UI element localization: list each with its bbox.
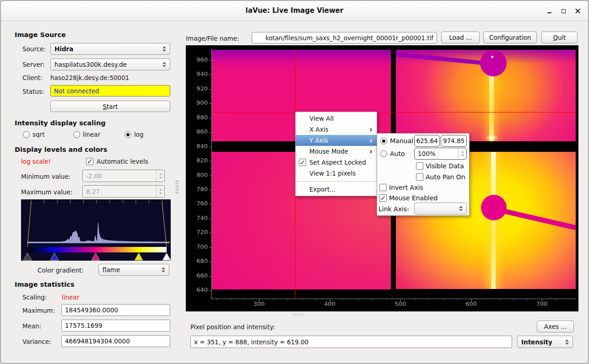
beamstop-circle bbox=[480, 50, 507, 76]
minimize-icon[interactable] bbox=[547, 8, 552, 14]
menu-item-view-all[interactable]: View All bbox=[296, 113, 377, 124]
beam-spot bbox=[486, 135, 498, 141]
x-axis-minor-tick bbox=[556, 299, 557, 300]
menu-item-y-axis[interactable]: Y Axis› bbox=[296, 135, 377, 146]
stats-variance-field[interactable]: 466948194304.0000 bbox=[61, 335, 170, 347]
maximum-value-spinbox[interactable]: 8.27 bbox=[82, 185, 165, 198]
spin-arrows-icon[interactable] bbox=[458, 148, 466, 159]
y-axis-minor-tick bbox=[211, 197, 211, 198]
load-button[interactable]: Load ... bbox=[441, 32, 480, 43]
auto-radio[interactable] bbox=[380, 150, 387, 157]
start-button[interactable]: Start bbox=[50, 101, 170, 112]
menu-item-view-1-1-pixels[interactable]: View 1:1 pixels bbox=[296, 168, 377, 179]
automatic-levels-label: Automatic levels bbox=[97, 158, 148, 165]
splitter-grip[interactable] bbox=[175, 180, 179, 194]
menu-item-mouse-mode[interactable]: Mouse Mode› bbox=[296, 146, 377, 157]
x-axis-tick-label: 700 bbox=[530, 300, 553, 307]
auto-percent-spinbox[interactable]: 100% bbox=[414, 148, 467, 160]
configuration-button[interactable]: Configuration bbox=[483, 32, 537, 43]
maximize-icon[interactable] bbox=[561, 8, 567, 14]
menu-item-x-axis[interactable]: X Axis› bbox=[296, 124, 377, 135]
source-combobox[interactable]: Hidra bbox=[50, 43, 170, 55]
stats-maximum-value: 184549360.0000 bbox=[65, 306, 118, 314]
combo-updown-icon bbox=[162, 268, 165, 273]
auto-pan-label: Auto Pan On bbox=[426, 173, 465, 181]
quit-button[interactable]: Quit bbox=[541, 32, 578, 43]
y-axis-minor-tick bbox=[211, 182, 211, 183]
stats-scaling-label: Scaling: bbox=[22, 294, 47, 301]
auto-pan-checkbox[interactable] bbox=[416, 173, 423, 181]
y-axis-minor-tick bbox=[211, 211, 211, 212]
x-axis-minor-tick bbox=[570, 299, 571, 300]
invert-axis-checkbox[interactable] bbox=[379, 184, 387, 191]
beamstop-arm bbox=[503, 209, 576, 230]
x-axis-tick-label: 600 bbox=[460, 300, 483, 307]
scaling-radio-log[interactable] bbox=[124, 131, 131, 138]
beamstop-circle bbox=[481, 195, 507, 220]
y-axis-tick bbox=[209, 233, 211, 233]
image-source-heading: Image Source bbox=[15, 31, 66, 38]
server-value: haspilatus300k.desy.de bbox=[54, 61, 127, 68]
splitter-grip[interactable] bbox=[292, 313, 304, 316]
file-name-value: kotan/files/sum_saxs_h2_overnight_00001r… bbox=[265, 34, 433, 42]
stats-variance-value: 466948194304.0000 bbox=[65, 337, 130, 345]
manual-min-input[interactable]: 625.64 bbox=[414, 135, 440, 147]
scaling-radio-sqrt[interactable] bbox=[23, 131, 30, 138]
automatic-levels-checkbox[interactable] bbox=[86, 158, 93, 165]
y-axis-tick bbox=[209, 75, 211, 75]
stats-mean-field[interactable]: 17575.1699 bbox=[61, 320, 170, 332]
y-axis-tick-label: 640 bbox=[186, 286, 208, 293]
pixel-position-field[interactable]: x = 351, y = 888, intensity = 619.00 bbox=[190, 336, 512, 348]
y-axis-tick-label: 820 bbox=[186, 157, 208, 164]
minimum-value-spinbox[interactable]: -2.00 bbox=[82, 170, 165, 182]
window-controls bbox=[547, 1, 581, 21]
minimum-value: -2.00 bbox=[86, 172, 102, 180]
y-axis-line bbox=[211, 49, 212, 299]
scaling-radio-label-log: log bbox=[134, 131, 144, 138]
invert-axis-label: Invert Axis bbox=[389, 184, 423, 191]
spin-arrows-icon[interactable] bbox=[156, 186, 164, 197]
source-label: Source: bbox=[22, 45, 46, 53]
link-axis-label: Link Axis: bbox=[378, 205, 409, 213]
manual-max-input[interactable]: 974.85 bbox=[441, 135, 467, 147]
maximum-value: 8.27 bbox=[86, 188, 100, 195]
file-name-input[interactable]: kotan/files/sum_saxs_h2_overnight_00001r… bbox=[252, 32, 437, 43]
combo-updown-icon bbox=[459, 206, 463, 211]
gradient-bar bbox=[27, 247, 167, 252]
stats-maximum-field[interactable]: 184549360.0000 bbox=[61, 304, 170, 316]
scaling-radio-linear[interactable] bbox=[73, 131, 80, 138]
axes-button[interactable]: Axes ... bbox=[537, 321, 574, 332]
histogram-widget[interactable] bbox=[21, 199, 171, 261]
intensity-histogram[interactable] bbox=[21, 199, 171, 261]
close-icon[interactable] bbox=[575, 8, 581, 14]
y-axis-tick-label: 720 bbox=[186, 229, 208, 236]
manual-radio[interactable] bbox=[380, 138, 387, 145]
x-axis-tick bbox=[400, 299, 401, 301]
auto-percent-value: 100% bbox=[418, 150, 436, 157]
x-axis-minor-tick bbox=[457, 299, 458, 300]
intensity-combobox[interactable]: Intensity bbox=[517, 336, 573, 348]
stats-mean-label: Mean: bbox=[22, 322, 41, 330]
color-gradient-combobox[interactable]: flame bbox=[98, 264, 169, 276]
combo-updown-icon bbox=[162, 62, 166, 67]
y-axis-tick bbox=[209, 89, 211, 90]
y-axis-tick-label: 840 bbox=[186, 143, 208, 150]
menu-item-set-aspect-locked[interactable]: Set Aspect Locked bbox=[296, 157, 377, 168]
y-axis-tick bbox=[209, 60, 211, 61]
menu-item-label: View All bbox=[309, 115, 373, 122]
mouse-enabled-checkbox[interactable] bbox=[379, 194, 387, 202]
manual-min-value: 625.64 bbox=[416, 137, 438, 145]
menu-item-export[interactable]: Export... bbox=[296, 184, 377, 195]
spin-arrows-icon[interactable] bbox=[156, 170, 164, 182]
menu-item-checkbox-icon bbox=[299, 159, 306, 166]
stats-variance-label: Variance: bbox=[22, 338, 51, 345]
visible-data-label: Visible Data bbox=[426, 162, 464, 170]
auto-label: Auto bbox=[390, 150, 405, 157]
visible-data-checkbox[interactable] bbox=[416, 162, 423, 170]
x-axis-tick bbox=[542, 299, 542, 301]
server-combobox[interactable]: haspilatus300k.desy.de bbox=[50, 59, 170, 70]
color-gradient-label: Color gradient: bbox=[38, 267, 84, 274]
y-axis-tick-label: 800 bbox=[186, 171, 208, 178]
link-axis-combobox[interactable] bbox=[414, 203, 467, 214]
mouse-enabled-label: Mouse Enabled bbox=[389, 194, 438, 202]
